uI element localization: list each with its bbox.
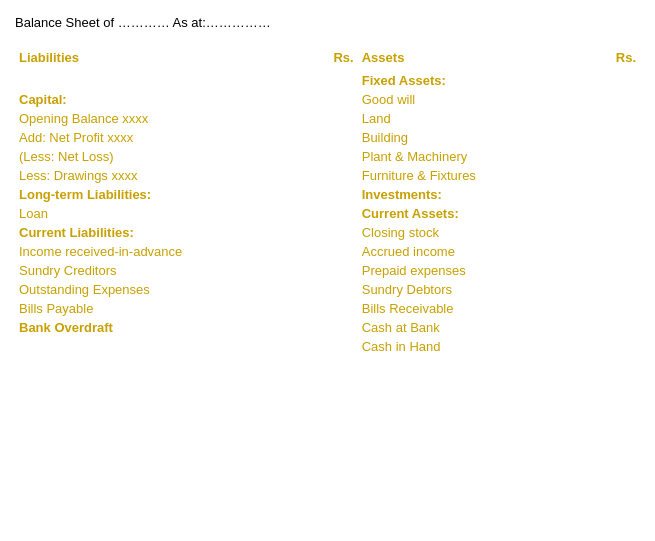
liability-rs (297, 128, 357, 147)
table-row: Fixed Assets: (15, 71, 640, 90)
asset-rs (579, 90, 640, 109)
liability-rs (297, 147, 357, 166)
liability-rs (297, 109, 357, 128)
asset-item: Furniture & Fixtures (358, 166, 580, 185)
liability-rs (297, 90, 357, 109)
asset-item: Fixed Assets: (358, 71, 580, 90)
asset-item: Current Assets: (358, 204, 580, 223)
table-row: Capital:Good will (15, 90, 640, 109)
asset-rs (579, 223, 640, 242)
liability-rs (297, 242, 357, 261)
asset-item: Bills Receivable (358, 299, 580, 318)
liability-rs (297, 204, 357, 223)
table-row: Outstanding ExpensesSundry Debtors (15, 280, 640, 299)
asset-rs (579, 109, 640, 128)
table-row: Income received-in-advanceAccrued income (15, 242, 640, 261)
asset-rs (579, 242, 640, 261)
liability-rs (297, 261, 357, 280)
asset-item: Accrued income (358, 242, 580, 261)
page-container: Balance Sheet of ………… As at:…………… Liabil… (15, 15, 640, 356)
page-title: Balance Sheet of ………… As at:…………… (15, 15, 640, 30)
table-row: Current Liabilities:Closing stock (15, 223, 640, 242)
asset-item: Sundry Debtors (358, 280, 580, 299)
asset-rs (579, 166, 640, 185)
asset-item: Prepaid expenses (358, 261, 580, 280)
table-row: Sundry CreditorsPrepaid expenses (15, 261, 640, 280)
asset-item: Cash in Hand (358, 337, 580, 356)
table-row: Cash in Hand (15, 337, 640, 356)
asset-item: Land (358, 109, 580, 128)
liability-item (15, 71, 297, 90)
asset-rs (579, 128, 640, 147)
asset-item: Good will (358, 90, 580, 109)
asset-rs (579, 185, 640, 204)
liability-rs (297, 185, 357, 204)
liability-item (15, 337, 297, 356)
liability-item: Current Liabilities: (15, 223, 297, 242)
table-row: Add: Net Profit xxxxBuilding (15, 128, 640, 147)
table-row: Less: Drawings xxxxFurniture & Fixtures (15, 166, 640, 185)
liability-item: Outstanding Expenses (15, 280, 297, 299)
liability-item: Opening Balance xxxx (15, 109, 297, 128)
asset-rs (579, 318, 640, 337)
asset-rs (579, 147, 640, 166)
liability-item: Add: Net Profit xxxx (15, 128, 297, 147)
asset-rs (579, 337, 640, 356)
liability-item: Loan (15, 204, 297, 223)
liability-rs (297, 71, 357, 90)
liability-rs (297, 223, 357, 242)
liability-item: Bank Overdraft (15, 318, 297, 337)
asset-item: Investments: (358, 185, 580, 204)
liability-item: Income received-in-advance (15, 242, 297, 261)
liability-item: Sundry Creditors (15, 261, 297, 280)
liability-item: (Less: Net Loss) (15, 147, 297, 166)
asset-item: Closing stock (358, 223, 580, 242)
liabilities-header: Liabilities (15, 48, 297, 71)
liability-rs (297, 280, 357, 299)
rs-left-header: Rs. (297, 48, 357, 71)
liability-item: Less: Drawings xxxx (15, 166, 297, 185)
table-row: Opening Balance xxxxLand (15, 109, 640, 128)
table-row: Long-term Liabilities:Investments: (15, 185, 640, 204)
table-row: Bank OverdraftCash at Bank (15, 318, 640, 337)
table-row: Bills PayableBills Receivable (15, 299, 640, 318)
rs-right-header: Rs. (579, 48, 640, 71)
asset-item: Building (358, 128, 580, 147)
table-row: LoanCurrent Assets: (15, 204, 640, 223)
asset-item: Cash at Bank (358, 318, 580, 337)
assets-header: Assets (358, 48, 580, 71)
liability-item: Capital: (15, 90, 297, 109)
liability-item: Bills Payable (15, 299, 297, 318)
liability-rs (297, 299, 357, 318)
asset-rs (579, 261, 640, 280)
liability-rs (297, 318, 357, 337)
liability-rs (297, 337, 357, 356)
asset-item: Plant & Machinery (358, 147, 580, 166)
liability-item: Long-term Liabilities: (15, 185, 297, 204)
table-header: Liabilities Rs. Assets Rs. (15, 48, 640, 71)
liability-rs (297, 166, 357, 185)
asset-rs (579, 204, 640, 223)
table-row: (Less: Net Loss)Plant & Machinery (15, 147, 640, 166)
asset-rs (579, 299, 640, 318)
asset-rs (579, 71, 640, 90)
asset-rs (579, 280, 640, 299)
